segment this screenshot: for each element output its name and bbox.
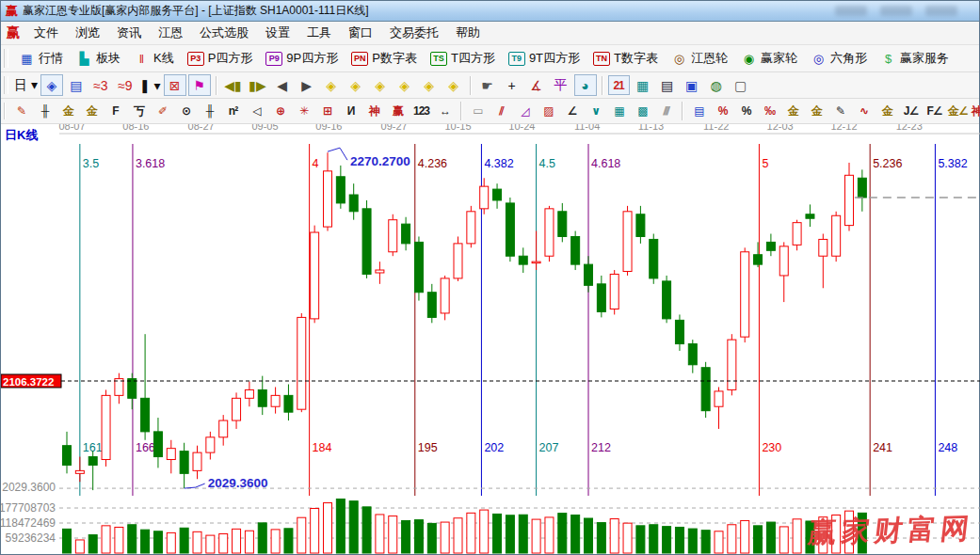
hatch-box-icon[interactable]: ▨ — [538, 102, 559, 121]
diamond-fit-icon[interactable]: ◈ — [442, 74, 465, 96]
slant-lines-icon[interactable]: ⫻ — [655, 102, 677, 121]
gold-circle-icon[interactable]: 金 — [782, 102, 804, 121]
diamond-right-icon[interactable]: ◈ — [345, 74, 367, 96]
minimize-button[interactable] — [835, 6, 867, 16]
menu-item-tools[interactable]: 工具 — [298, 23, 340, 42]
wave-9-icon[interactable]: ≈9 — [114, 74, 137, 96]
notes-icon[interactable]: ▤ — [656, 74, 679, 96]
grid-teal-icon[interactable]: ▦ — [608, 102, 630, 121]
gold-level-icon[interactable]: 金 — [876, 102, 898, 121]
toolbar-button-winner-wheel[interactable]: ◉赢家轮 — [734, 48, 804, 69]
save-icon[interactable]: ▣ — [681, 74, 703, 96]
ray-fan-red-icon[interactable]: ⫽ — [490, 102, 512, 121]
toolbar-button-9p-square[interactable]: P99P四方形 — [259, 48, 345, 69]
fan-box-icon[interactable]: ◿ — [514, 102, 536, 121]
calculator-icon[interactable]: ▦ — [632, 74, 654, 96]
diamond-expand-all-icon[interactable]: ◈ — [418, 74, 441, 96]
menu-item-help[interactable]: 帮助 — [447, 23, 489, 42]
region-map-icon[interactable]: ⊠ — [164, 74, 186, 96]
percent-icon[interactable]: % — [735, 102, 757, 121]
angle-lines-icon[interactable]: ∠ — [561, 102, 583, 121]
toolbar-button-sectors[interactable]: ▙板块 — [70, 48, 127, 69]
export-disk-icon[interactable]: ◍ — [705, 74, 728, 96]
n-square-icon[interactable]: n² — [222, 102, 244, 121]
hand-drag-icon[interactable]: ☛ — [476, 74, 499, 96]
flag-chart-icon[interactable]: ⚑ — [188, 74, 211, 96]
jump-last-icon[interactable]: ▮▶ — [247, 74, 269, 96]
j-angle-icon[interactable]: J∠ — [900, 102, 922, 121]
toolbar-button-t-square[interactable]: TST四方形 — [424, 48, 502, 69]
toolbar-button-9t-square[interactable]: T99T四方形 — [502, 48, 586, 69]
gold-grid-1-icon[interactable]: 金 — [57, 102, 79, 121]
workstation-icon[interactable]: ▢ — [730, 74, 752, 96]
target-red-icon[interactable]: ⊕ — [269, 102, 291, 121]
page-right-icon[interactable]: ▶ — [296, 74, 318, 96]
angle-measure-icon[interactable]: ∡ — [525, 74, 548, 96]
candle-style-picker-icon[interactable]: ❚ ▾ — [138, 74, 162, 96]
list-blue-icon[interactable]: ▤ — [688, 102, 710, 121]
wave-red-icon[interactable]: ∿ — [853, 102, 875, 121]
brush-2-icon[interactable]: ✐ — [152, 102, 173, 121]
crosshair-icon[interactable]: + — [501, 74, 523, 96]
close-button[interactable] — [925, 6, 957, 16]
toolbar-button-market-quotes[interactable]: ▦行情 — [12, 48, 70, 69]
h-measure-icon[interactable]: ↔ — [434, 102, 456, 121]
box-tool-icon[interactable]: ▭ — [467, 102, 489, 121]
shen-angle-icon[interactable]: 神∠ — [971, 102, 980, 121]
window-controls[interactable] — [835, 6, 957, 16]
jump-first-icon[interactable]: ◀▮ — [222, 74, 245, 96]
toolbar-button-kline[interactable]: ‖K线 — [127, 48, 181, 69]
grid-123-icon[interactable]: 123 — [410, 102, 432, 121]
menu-item-news[interactable]: 资讯 — [108, 23, 150, 42]
menu-item-window[interactable]: 窗口 — [340, 23, 381, 42]
menu-item-gann[interactable]: 江恩 — [150, 23, 191, 42]
diamond-compress-icon[interactable]: ◈ — [394, 74, 416, 96]
gold-grid-2-icon[interactable]: 金 — [81, 102, 103, 121]
toolbar-button-t-number-table[interactable]: TNT数字表 — [586, 48, 665, 69]
brain-analysis-icon[interactable]: ◕ — [574, 74, 597, 96]
percent-line-icon[interactable]: % — [712, 102, 733, 121]
brush-red-icon[interactable]: ✎ — [10, 102, 32, 121]
maximize-button[interactable] — [880, 6, 912, 16]
grid-teal-2-icon[interactable]: ▩ — [632, 102, 653, 121]
time-cycle-icon[interactable]: ⊙ — [175, 102, 197, 121]
menu-item-trade-entrust[interactable]: 交易委托 — [381, 23, 447, 42]
info-panel-icon[interactable]: ▤ — [65, 74, 88, 96]
volume-bar — [701, 531, 710, 553]
square-burst-icon[interactable]: ⊞ — [316, 102, 338, 121]
date-tick: 11-04 — [574, 124, 600, 132]
toolbar-button-hexagon[interactable]: ◎六角形 — [804, 48, 874, 69]
shen-grid-icon[interactable]: 神 — [363, 102, 385, 121]
toolbar-button-p-number-table[interactable]: PNP数字表 — [345, 48, 424, 69]
overview-map-icon[interactable]: ◈ — [40, 74, 63, 96]
toolbar-button-p-square[interactable]: P3P四方形 — [181, 48, 260, 69]
menu-item-settings[interactable]: 设置 — [257, 23, 298, 42]
toolbar-button-winner-service[interactable]: $赢家服务 — [874, 48, 956, 69]
spiral-icon[interactable]: 丂 — [128, 102, 150, 121]
grid-plain-icon[interactable]: ╫ — [199, 102, 220, 121]
period-day-picker-icon[interactable]: 日 ▾ — [13, 74, 39, 96]
toolbar-button-gann-wheel[interactable]: ◎江恩轮 — [665, 48, 734, 69]
diamond-left-icon[interactable]: ◈ — [320, 74, 343, 96]
menu-item-browse[interactable]: 浏览 — [67, 23, 108, 42]
star-burst-icon[interactable]: ✳ — [293, 102, 314, 121]
gann-grid-icon[interactable]: ╫ — [34, 102, 56, 121]
permille-icon[interactable]: ‰ — [759, 102, 780, 121]
diamond-h-expand-icon[interactable]: ◈ — [369, 74, 392, 96]
f-angle-icon[interactable]: F∠ — [924, 102, 945, 121]
ying-grid-icon[interactable]: 赢 — [387, 102, 409, 121]
kline-chart[interactable]: 08-0708-1608-2709-0509-1609-2710-1510-24… — [1, 124, 980, 555]
angle-ruler-icon[interactable]: ◁ — [246, 102, 267, 121]
menu-item-file[interactable]: 文件 — [25, 23, 67, 42]
f-grid-icon[interactable]: F — [104, 102, 126, 121]
page-left-icon[interactable]: ◀ — [271, 74, 294, 96]
pen-black-icon[interactable]: ✎ — [829, 102, 851, 121]
gold-angle-icon[interactable]: 金∠ — [947, 102, 969, 121]
k-marker-icon[interactable]: И — [340, 102, 361, 121]
wave-3-icon[interactable]: ≈3 — [89, 74, 112, 96]
ping-tool-icon[interactable]: 平 — [550, 74, 572, 96]
gold-lines-icon[interactable]: 金 — [806, 102, 827, 121]
menu-item-formula-stock-pick[interactable]: 公式选股 — [191, 23, 257, 42]
v-check-icon[interactable]: ∨ — [585, 102, 606, 121]
calendar-icon[interactable]: 21 — [608, 75, 630, 95]
